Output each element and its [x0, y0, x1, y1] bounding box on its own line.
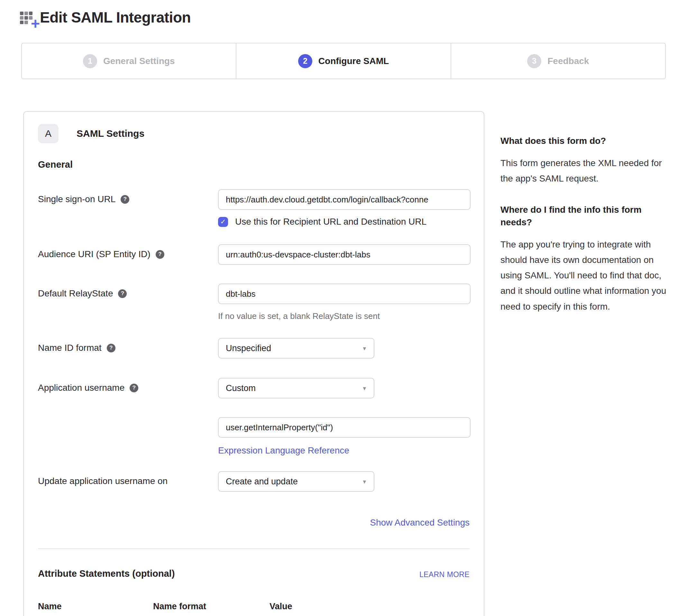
app-username-select[interactable]: Custom ▾: [218, 378, 374, 398]
audience-uri-row: Audience URI (SP Entity ID) ?: [38, 244, 470, 265]
update-username-label-group: Update application username on: [38, 471, 218, 486]
sidebar-answer-1: This form generates the XML needed for t…: [501, 155, 670, 186]
step-2-label: Configure SAML: [318, 56, 389, 66]
step-feedback[interactable]: 3 Feedback: [451, 43, 665, 79]
custom-expression-input[interactable]: [218, 417, 471, 438]
section-a-badge: A: [38, 124, 59, 143]
help-icon[interactable]: ?: [107, 344, 115, 352]
step-1-label: General Settings: [103, 56, 175, 66]
update-username-label: Update application username on: [38, 476, 167, 486]
custom-expression-label-spacer: [38, 417, 218, 422]
relay-state-label: Default RelayState: [38, 288, 113, 299]
sso-url-label-group: Single sign-on URL ?: [38, 189, 218, 204]
app-username-value: Custom: [226, 383, 256, 393]
chevron-down-icon: ▾: [363, 478, 366, 485]
sso-url-row: Single sign-on URL ? ✓ Use this for Reci…: [38, 189, 470, 227]
attribute-statements-column-headers: Name Name format Value: [38, 601, 470, 612]
plus-icon: +: [31, 16, 40, 31]
update-username-value: Create and update: [226, 477, 298, 487]
update-username-select[interactable]: Create and update ▾: [218, 471, 374, 492]
relay-state-hint: If no value is set, a blank RelayState i…: [218, 311, 471, 321]
panel-header: A SAML Settings: [38, 124, 470, 143]
audience-uri-input[interactable]: [218, 244, 471, 265]
sidebar-question-1: What does this form do?: [501, 134, 670, 147]
name-id-format-value: Unspecified: [226, 344, 271, 353]
name-id-format-row: Name ID format ? Unspecified ▾: [38, 338, 470, 358]
custom-expression-field-group: Expression Language Reference: [218, 417, 471, 456]
chevron-down-icon: ▾: [363, 384, 366, 392]
relay-state-input[interactable]: [218, 284, 471, 304]
column-header-value: Value: [270, 601, 470, 612]
name-id-format-label-group: Name ID format ?: [38, 338, 218, 353]
app-username-label: Application username: [38, 383, 124, 393]
help-icon[interactable]: ?: [121, 195, 129, 204]
name-id-format-select[interactable]: Unspecified ▾: [218, 338, 374, 358]
show-advanced-settings-link[interactable]: Show Advanced Settings: [370, 518, 470, 528]
relay-state-field-group: If no value is set, a blank RelayState i…: [218, 284, 471, 321]
step-3-circle: 3: [527, 54, 541, 68]
audience-uri-label-group: Audience URI (SP Entity ID) ?: [38, 244, 218, 259]
learn-more-link[interactable]: LEARN MORE: [419, 570, 470, 579]
step-1-circle: 1: [83, 54, 97, 68]
help-sidebar: What does this form do? This form genera…: [501, 134, 670, 314]
attribute-statements-title: Attribute Statements (optional): [38, 568, 175, 579]
recipient-url-checkbox-row: ✓ Use this for Recipient URL and Destina…: [218, 217, 471, 227]
app-username-label-group: Application username ?: [38, 378, 218, 393]
sidebar-question-2: Where do I find the info this form needs…: [501, 203, 670, 228]
relay-state-row: Default RelayState ? If no value is set,…: [38, 284, 470, 321]
attribute-statements-header: Attribute Statements (optional) LEARN MO…: [38, 568, 470, 579]
sidebar-answer-2: The app you're trying to integrate with …: [501, 237, 670, 314]
column-header-name-format: Name format: [153, 601, 270, 612]
update-username-row: Update application username on Create an…: [38, 471, 470, 492]
saml-settings-panel: A SAML Settings General Single sign-on U…: [23, 111, 484, 616]
panel-title: SAML Settings: [76, 128, 144, 139]
sso-url-label: Single sign-on URL: [38, 194, 115, 204]
audience-uri-label: Audience URI (SP Entity ID): [38, 249, 151, 259]
app-username-row: Application username ? Custom ▾: [38, 378, 470, 398]
page-title: Edit SAML Integration: [40, 9, 191, 26]
relay-state-label-group: Default RelayState ?: [38, 284, 218, 299]
expression-language-reference-link[interactable]: Expression Language Reference: [218, 445, 349, 456]
step-general-settings[interactable]: 1 General Settings: [22, 43, 236, 79]
sso-url-field-group: ✓ Use this for Recipient URL and Destina…: [218, 189, 471, 227]
help-icon[interactable]: ?: [130, 383, 138, 392]
recipient-url-checkbox-label: Use this for Recipient URL and Destinati…: [235, 217, 427, 227]
general-section-title: General: [38, 159, 470, 170]
page-header: + Edit SAML Integration: [19, 8, 191, 26]
step-configure-saml[interactable]: 2 Configure SAML: [236, 43, 450, 79]
help-icon[interactable]: ?: [156, 250, 164, 259]
wizard-stepper: 1 General Settings 2 Configure SAML 3 Fe…: [21, 43, 666, 79]
advanced-settings-row: Show Advanced Settings: [38, 518, 470, 528]
sso-url-input[interactable]: [218, 189, 471, 210]
recipient-url-checkbox[interactable]: ✓: [218, 217, 228, 227]
column-header-name: Name: [38, 601, 153, 612]
step-2-circle: 2: [298, 54, 312, 68]
name-id-format-label: Name ID format: [38, 343, 101, 353]
custom-expression-row: Expression Language Reference: [38, 417, 470, 456]
section-divider: [38, 548, 470, 549]
app-grid-plus-icon: +: [19, 8, 37, 26]
step-3-label: Feedback: [547, 56, 589, 66]
help-icon[interactable]: ?: [118, 289, 127, 298]
chevron-down-icon: ▾: [363, 345, 366, 352]
